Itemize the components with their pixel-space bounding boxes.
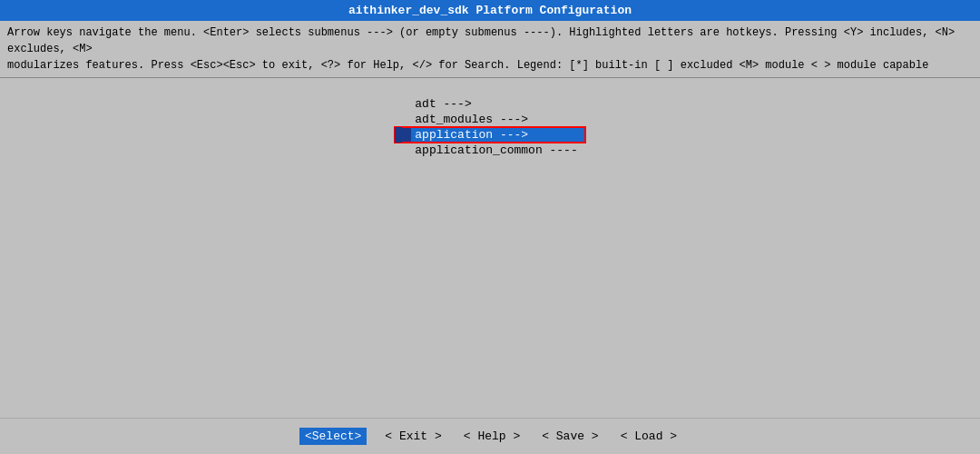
main-area: adt ---> adt_modules ---> application --… — [0, 78, 980, 414]
help-line1: Arrow keys navigate the menu. <Enter> se… — [7, 25, 973, 57]
bottom-btn-4[interactable]: < Load > — [617, 428, 681, 445]
menu-item-3[interactable]: application_common ---- — [395, 143, 584, 158]
bottom-btn-1[interactable]: < Exit > — [381, 428, 445, 445]
bottom-bar: <Select>< Exit >< Help >< Save >< Load > — [0, 418, 980, 454]
menu-panel: adt ---> adt_modules ---> application --… — [395, 96, 584, 158]
title-text: aithinker_dev_sdk Platform Configuration — [348, 4, 632, 17]
title-bar: aithinker_dev_sdk Platform Configuration — [0, 0, 980, 21]
bottom-btn-2[interactable]: < Help > — [460, 428, 524, 445]
bottom-btn-0[interactable]: <Select> — [299, 428, 367, 445]
menu-item-2[interactable]: application ---> — [395, 127, 584, 143]
menu-item-0[interactable]: adt ---> — [395, 96, 584, 112]
help-line2: modularizes features. Press <Esc><Esc> t… — [7, 57, 973, 74]
help-text: Arrow keys navigate the menu. <Enter> se… — [0, 21, 980, 78]
bottom-btn-3[interactable]: < Save > — [538, 428, 602, 445]
menu-item-1[interactable]: adt_modules ---> — [395, 112, 584, 127]
